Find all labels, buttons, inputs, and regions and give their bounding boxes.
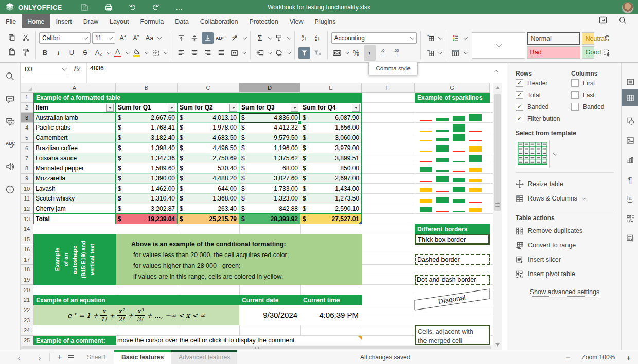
row-header-7[interactable]: 7	[21, 153, 33, 163]
tab-view[interactable]: View	[284, 14, 309, 28]
tab-plugins[interactable]: Plugins	[309, 14, 342, 28]
column-header-D[interactable]: D	[239, 83, 300, 93]
conditional-formatting-button[interactable]	[450, 32, 462, 44]
text-orientation-icon[interactable]: ab	[229, 32, 241, 44]
decrease-font-icon[interactable]: A▾	[130, 32, 142, 44]
table-cell-value[interactable]: $1,656.00	[300, 123, 362, 133]
convert-to-range-button[interactable]: Convert to range	[516, 238, 614, 252]
table-cell-value[interactable]: $842.88	[239, 204, 300, 214]
table-cell-value[interactable]: $3,027.60	[239, 174, 300, 184]
shape-settings-icon[interactable]	[622, 112, 638, 130]
subscript-button[interactable]: A₂	[93, 47, 104, 59]
sort-descending-icon[interactable]: ZA↓	[312, 32, 324, 44]
table-cell-item[interactable]: Brazilian coffee	[33, 143, 116, 154]
format-painter-button[interactable]	[20, 46, 31, 58]
align-left-icon[interactable]	[175, 47, 187, 59]
table-cell-value[interactable]: $1,375.62	[239, 153, 300, 163]
tab-formula[interactable]: Formula	[134, 14, 169, 28]
column-header-C[interactable]: C	[178, 83, 239, 93]
underline-button[interactable]: U	[66, 47, 78, 59]
image-settings-icon[interactable]	[622, 132, 638, 149]
cut-button[interactable]	[20, 32, 31, 43]
chat-icon[interactable]	[6, 118, 15, 128]
checkbox-icon[interactable]: ✓	[516, 103, 523, 111]
search-icon[interactable]	[6, 72, 14, 83]
merge-cells-icon[interactable]	[228, 47, 240, 59]
row-header-1[interactable]: 1	[21, 93, 33, 103]
align-middle-icon[interactable]	[188, 32, 200, 44]
pivot-table-settings-icon[interactable]	[622, 210, 638, 227]
row-header-2[interactable]: 2	[21, 103, 33, 113]
table-cell-value[interactable]: $1,434.00	[300, 184, 362, 194]
table-cell-value[interactable]: $530.40	[178, 163, 239, 174]
filter-button[interactable]	[168, 104, 175, 112]
checkbox-icon[interactable]	[571, 103, 579, 111]
clear-filter-button[interactable]	[312, 47, 324, 59]
user-avatar[interactable]	[622, 2, 634, 14]
table-cell-value[interactable]: $1,347.36	[116, 153, 178, 163]
row-header-11[interactable]: 11	[21, 194, 33, 204]
increase-font-icon[interactable]: A▴	[117, 32, 129, 44]
table-cell-value[interactable]: $3,899.51	[300, 153, 362, 163]
formula-input[interactable]: 4836	[86, 63, 489, 83]
row-header-25[interactable]: 25	[21, 336, 33, 346]
table-cell-value[interactable]: $4,683.50	[178, 133, 239, 143]
sheet-tab-sheet1[interactable]: Sheet1	[80, 350, 114, 364]
table-cell-value[interactable]: $1,768.41	[116, 123, 178, 133]
row-header-4[interactable]: 4	[21, 123, 33, 133]
filter-button[interactable]	[298, 47, 310, 59]
format-as-table-button[interactable]	[450, 47, 462, 59]
style-normal[interactable]: Normal	[527, 32, 580, 45]
table-settings-icon[interactable]	[622, 89, 638, 106]
add-sheet-button[interactable]: +	[54, 350, 65, 364]
feedback-icon[interactable]	[6, 162, 14, 173]
named-ranges-button[interactable]	[254, 47, 266, 59]
about-icon[interactable]	[6, 185, 14, 196]
row-header-6[interactable]: 6	[21, 143, 33, 154]
row-header-20[interactable]: 20	[21, 285, 33, 295]
comment-text[interactable]: move the cursor over the cell or click i…	[116, 336, 362, 346]
row-header-14[interactable]: 14	[21, 224, 33, 234]
filter-button[interactable]	[106, 104, 114, 112]
row-header-17[interactable]: 17	[21, 254, 33, 265]
horizontal-scrollbar[interactable]	[21, 345, 493, 350]
change-case-icon[interactable]: Aa	[144, 32, 155, 44]
table-cell-value[interactable]: $1,323.00	[239, 194, 300, 204]
check-row-banded[interactable]: ✓Banded	[516, 101, 571, 113]
tab-data[interactable]: Data	[169, 14, 194, 28]
row-header-12[interactable]: 12	[21, 204, 33, 214]
table-cell-value[interactable]: $6,087.90	[300, 113, 362, 123]
table-cell-value[interactable]: $1,368.00	[178, 194, 239, 204]
hscroll-thumb[interactable]	[21, 346, 491, 349]
styles-more-button[interactable]	[472, 32, 525, 59]
tab-insert[interactable]: Insert	[50, 14, 78, 28]
tab-draw[interactable]: Draw	[78, 14, 104, 28]
check-col-last[interactable]: Last	[571, 89, 614, 101]
table-cell-value[interactable]: $4,836.00	[239, 113, 300, 123]
spreadsheet-grid[interactable]: ABCDEFG123456789101112131415161718192021…	[21, 83, 493, 350]
bold-button[interactable]: B	[39, 47, 51, 59]
check-col-banded[interactable]: Banded	[571, 101, 614, 113]
decrease-decimal-button[interactable]: .0←	[377, 47, 389, 59]
row-header-21[interactable]: 21	[21, 295, 33, 305]
scroll-down-arrow[interactable]	[495, 343, 500, 347]
table-cell-value[interactable]: $2,590.10	[300, 204, 362, 214]
font-color-button[interactable]: A	[112, 47, 123, 59]
row-header-5[interactable]: 5	[21, 133, 33, 143]
comma-style-button[interactable]: ,	[364, 45, 376, 61]
table-cell-value[interactable]: $1,462.00	[116, 184, 178, 194]
filter-button[interactable]	[291, 104, 298, 112]
table-cell-value[interactable]: $1,733.00	[239, 184, 300, 194]
row-header-16[interactable]: 16	[21, 245, 33, 255]
row-header-10[interactable]: 10	[21, 184, 33, 194]
check-col-first[interactable]: First	[571, 77, 614, 89]
italic-button[interactable]: I	[52, 47, 64, 59]
table-cell-value[interactable]: $644.00	[178, 184, 239, 194]
table-cell-item[interactable]: Mozzarella	[33, 174, 116, 184]
align-right-icon[interactable]	[202, 47, 214, 59]
check-row-filter-button[interactable]: ✓Filter button	[516, 113, 571, 124]
column-header-G[interactable]: G	[415, 83, 490, 93]
next-sheet-icon[interactable]: ›	[34, 350, 45, 364]
cell-name-box[interactable]: D3	[22, 64, 69, 75]
table-cell-value[interactable]: $68.00	[239, 163, 300, 174]
